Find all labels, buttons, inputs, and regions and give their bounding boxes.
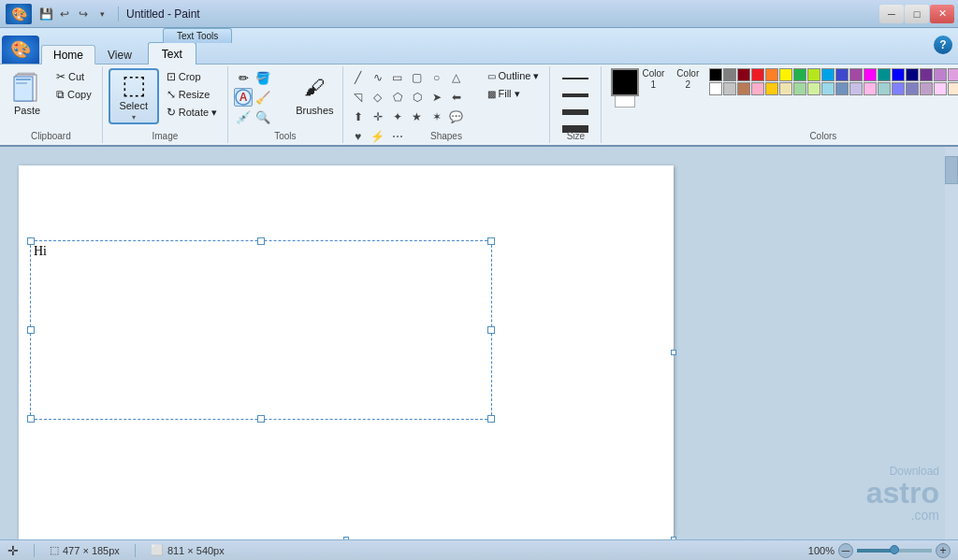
cut-button[interactable]: ✂ Cut xyxy=(51,68,96,85)
resize-button[interactable]: ⤡ Resize xyxy=(162,86,222,103)
color-magenta[interactable] xyxy=(864,68,877,81)
color-light-red[interactable] xyxy=(751,82,764,95)
close-button[interactable]: ✕ xyxy=(930,5,954,23)
shape-triangle[interactable]: △ xyxy=(447,68,466,87)
quick-dropdown-button[interactable]: ▾ xyxy=(94,6,110,22)
shape-pentagon[interactable]: ⬠ xyxy=(388,88,407,107)
color-black[interactable] xyxy=(709,68,722,81)
canvas-resize-right[interactable] xyxy=(671,350,676,355)
zoom-slider[interactable] xyxy=(857,549,932,553)
color-dark-gray1[interactable] xyxy=(723,68,736,81)
color-picker-tool[interactable]: 💉 xyxy=(234,108,253,126)
fill-tool[interactable]: 🪣 xyxy=(254,68,272,87)
color-light-orange[interactable] xyxy=(765,82,778,95)
copy-button[interactable]: ⧉ Copy xyxy=(51,86,96,103)
handle-br[interactable] xyxy=(487,415,495,423)
color-cornflower[interactable] xyxy=(835,82,849,95)
help-button[interactable]: ? xyxy=(934,36,952,54)
zoom-in-button[interactable]: + xyxy=(936,543,951,558)
color1-swatch[interactable] xyxy=(611,68,639,96)
color-medium-blue[interactable] xyxy=(906,82,919,95)
color-rose[interactable] xyxy=(864,82,877,95)
shape-left-arrow[interactable]: ⬅ xyxy=(447,88,466,107)
color-cyan[interactable] xyxy=(821,68,835,81)
handle-bl[interactable] xyxy=(27,415,35,423)
maximize-button[interactable]: □ xyxy=(905,5,929,23)
pencil-tool[interactable]: ✏ xyxy=(234,68,253,87)
shape-right-arrow[interactable]: ➤ xyxy=(428,88,446,107)
color-dark-red[interactable] xyxy=(737,68,750,81)
shape-right-triangle[interactable]: ◹ xyxy=(349,88,368,107)
paint-logo-button[interactable]: 🎨 xyxy=(6,4,32,24)
canvas-resize-bottom[interactable] xyxy=(343,537,349,539)
color-light-gray[interactable] xyxy=(723,82,736,95)
color-brown[interactable] xyxy=(737,82,750,95)
color-lime[interactable] xyxy=(807,82,820,95)
fill-color-button[interactable]: ▩ Fill ▾ xyxy=(483,86,544,102)
color-lavender[interactable] xyxy=(849,82,863,95)
size-1-button[interactable] xyxy=(559,72,591,85)
color-selector[interactable] xyxy=(607,68,635,108)
tab-home[interactable]: Home xyxy=(41,45,95,65)
color-light-yellow[interactable] xyxy=(779,82,792,95)
size-3-button[interactable] xyxy=(559,106,591,119)
shape-callout[interactable]: 💬 xyxy=(447,108,466,126)
shape-diamond[interactable]: ◇ xyxy=(369,88,387,107)
brushes-button[interactable]: 🖌 Brushes xyxy=(293,68,336,119)
eraser-tool[interactable]: 🧹 xyxy=(254,88,272,107)
color-teal2[interactable] xyxy=(878,68,891,81)
quick-save-button[interactable]: 💾 xyxy=(37,6,54,22)
scrollbar-thumb[interactable] xyxy=(945,156,958,184)
zoom-slider-thumb[interactable] xyxy=(890,545,899,554)
handle-tr[interactable] xyxy=(487,237,495,245)
color-orange[interactable] xyxy=(765,68,778,81)
shape-curve[interactable]: ∿ xyxy=(369,68,387,87)
color-indigo[interactable] xyxy=(835,68,849,81)
color-pink2[interactable] xyxy=(948,68,958,81)
canvas-resize-corner[interactable] xyxy=(671,537,676,539)
tab-view[interactable]: View xyxy=(95,45,144,65)
minimize-button[interactable]: ─ xyxy=(879,5,904,23)
quick-redo-button[interactable]: ↪ xyxy=(75,6,92,22)
color-yellow[interactable] xyxy=(779,68,792,81)
color-red[interactable] xyxy=(751,68,764,81)
zoom-out-button[interactable]: ─ xyxy=(838,543,853,558)
outline-button[interactable]: ▭ Outline ▾ xyxy=(483,68,544,84)
handle-ml[interactable] xyxy=(27,326,35,334)
select-button[interactable]: ⬚ Select ▾ xyxy=(109,68,159,124)
handle-mr[interactable] xyxy=(487,326,495,334)
color-sky[interactable] xyxy=(821,82,835,95)
shape-up-arrow[interactable]: ⬆ xyxy=(349,108,368,126)
color-light-green2[interactable] xyxy=(793,82,806,95)
vertical-scrollbar[interactable] xyxy=(945,147,958,539)
quick-undo-button[interactable]: ↩ xyxy=(56,6,73,22)
canvas-scroll-area[interactable]: Hi Download astro .com xyxy=(0,147,945,539)
crop-button[interactable]: ⊡ Crop xyxy=(162,68,222,85)
color-custom1[interactable] xyxy=(920,68,933,81)
color-pink3[interactable] xyxy=(934,82,947,95)
shape-rect[interactable]: ▭ xyxy=(388,68,407,87)
shape-four-arrow[interactable]: ✛ xyxy=(369,108,387,126)
color-teal3[interactable] xyxy=(878,82,891,95)
tab-text[interactable]: Text xyxy=(148,42,196,65)
color-navy2[interactable] xyxy=(906,68,919,81)
shape-ellipse[interactable]: ○ xyxy=(428,68,446,87)
color-purple[interactable] xyxy=(849,68,863,81)
color-blue2[interactable] xyxy=(892,68,905,81)
paste-button[interactable]: Paste xyxy=(6,68,49,119)
shape-star6[interactable]: ✶ xyxy=(428,108,446,126)
color-white[interactable] xyxy=(709,82,722,95)
paint-menu-button[interactable]: 🎨 xyxy=(2,36,39,64)
shape-rounded-rect[interactable]: ▢ xyxy=(408,68,427,87)
handle-tc[interactable] xyxy=(257,237,265,245)
color-peach[interactable] xyxy=(948,82,958,95)
canvas[interactable]: Hi xyxy=(19,165,674,539)
handle-bc[interactable] xyxy=(257,415,265,423)
color-mauve[interactable] xyxy=(920,82,933,95)
color-blue3[interactable] xyxy=(892,82,905,95)
color-custom2[interactable] xyxy=(934,68,947,81)
shape-star4[interactable]: ✦ xyxy=(388,108,407,126)
color-green[interactable] xyxy=(793,68,806,81)
rotate-button[interactable]: ↻ Rotate ▾ xyxy=(162,104,222,121)
shape-line[interactable]: ╱ xyxy=(349,68,368,87)
